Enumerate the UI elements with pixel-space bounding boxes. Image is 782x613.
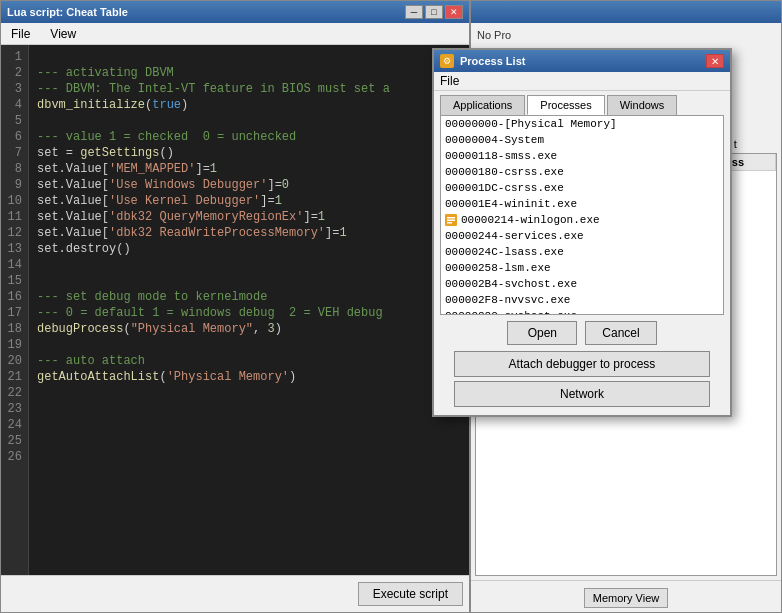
- main-menubar: File View: [1, 23, 469, 45]
- svg-rect-2: [447, 220, 455, 222]
- dialog-title-left: ⚙ Process List: [440, 54, 525, 68]
- list-item[interactable]: 0000024C-lsass.exe: [441, 244, 723, 260]
- process-dialog: ⚙ Process List ✕ File Applications Proce…: [432, 48, 732, 417]
- execute-script-button[interactable]: Execute script: [358, 582, 463, 606]
- window-controls: ─ □ ✕: [405, 5, 463, 19]
- list-item[interactable]: 00000214-winlogon.exe: [441, 212, 723, 228]
- dialog-menubar: File: [434, 72, 730, 91]
- list-item[interactable]: 00000258-lsm.exe: [441, 260, 723, 276]
- dialog-tabs: Applications Processes Windows: [434, 91, 730, 115]
- list-item[interactable]: 00000320-svchost.exe: [441, 308, 723, 314]
- main-title: Lua script: Cheat Table: [7, 6, 128, 18]
- tab-windows[interactable]: Windows: [607, 95, 678, 115]
- process-icon: [445, 214, 457, 226]
- menu-view[interactable]: View: [44, 26, 82, 42]
- memory-view-area: Memory View: [471, 580, 781, 612]
- no-process-label: No Pro: [475, 27, 777, 43]
- svg-rect-3: [447, 222, 452, 224]
- right-titlebar: [471, 1, 781, 23]
- process-list[interactable]: 00000000-[Physical Memory] 00000004-Syst…: [441, 116, 723, 314]
- list-item[interactable]: 00000004-System: [441, 132, 723, 148]
- main-titlebar: Lua script: Cheat Table ─ □ ✕: [1, 1, 469, 23]
- cancel-button[interactable]: Cancel: [585, 321, 656, 345]
- dialog-icon: ⚙: [440, 54, 454, 68]
- network-button[interactable]: Network: [454, 381, 710, 407]
- list-item[interactable]: 00000118-smss.exe: [441, 148, 723, 164]
- dialog-file-menu[interactable]: File: [440, 74, 459, 88]
- list-item[interactable]: 000001E4-wininit.exe: [441, 196, 723, 212]
- dialog-close-button[interactable]: ✕: [706, 54, 724, 68]
- memory-view-button[interactable]: Memory View: [584, 588, 668, 608]
- list-item[interactable]: 00000000-[Physical Memory]: [441, 116, 723, 132]
- dialog-title: Process List: [460, 55, 525, 67]
- list-item[interactable]: 000001DC-csrss.exe: [441, 180, 723, 196]
- script-footer: Execute script: [1, 575, 469, 612]
- dialog-titlebar: ⚙ Process List ✕: [434, 50, 730, 72]
- close-button[interactable]: ✕: [445, 5, 463, 19]
- line-numbers: 12345 678910 1112131415 1617181920 21222…: [1, 45, 29, 575]
- code-area: 12345 678910 1112131415 1617181920 21222…: [1, 45, 469, 575]
- list-item[interactable]: 00000244-services.exe: [441, 228, 723, 244]
- main-window: Lua script: Cheat Table ─ □ ✕ File View …: [0, 0, 470, 613]
- svg-rect-1: [447, 217, 455, 219]
- open-button[interactable]: Open: [507, 321, 577, 345]
- dialog-main-actions: Open Cancel: [434, 315, 730, 351]
- code-content[interactable]: --- activating DBVM --- DBVM: The Intel-…: [29, 45, 398, 575]
- minimize-button[interactable]: ─: [405, 5, 423, 19]
- menu-file[interactable]: File: [5, 26, 36, 42]
- list-item[interactable]: 00000180-csrss.exe: [441, 164, 723, 180]
- tab-processes[interactable]: Processes: [527, 95, 604, 115]
- process-list-container: 00000000-[Physical Memory] 00000004-Syst…: [440, 115, 724, 315]
- maximize-button[interactable]: □: [425, 5, 443, 19]
- list-item[interactable]: 000002F8-nvvsvc.exe: [441, 292, 723, 308]
- attach-debugger-button[interactable]: Attach debugger to process: [454, 351, 710, 377]
- dialog-extra-actions: Attach debugger to process Network: [434, 351, 730, 415]
- list-item[interactable]: 000002B4-svchost.exe: [441, 276, 723, 292]
- tab-applications[interactable]: Applications: [440, 95, 525, 115]
